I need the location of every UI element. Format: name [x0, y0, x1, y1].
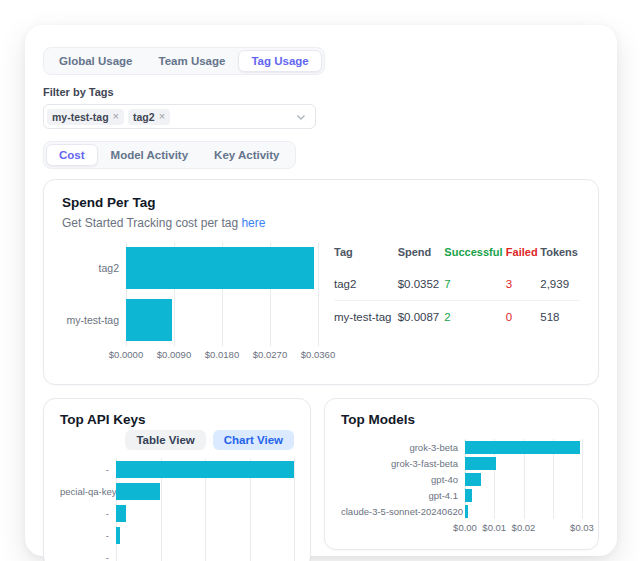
bar-0 [465, 441, 580, 454]
axis-tick-label: $0.0000 [109, 349, 143, 360]
tag-chip: tag2× [128, 109, 170, 125]
chevron-down-icon[interactable] [295, 111, 307, 123]
tag-chip-label: my-test-tag [52, 111, 109, 123]
bar-1 [126, 299, 172, 341]
remove-tag-icon[interactable]: × [113, 111, 119, 122]
bar-track [116, 527, 294, 544]
bar-track [465, 473, 582, 486]
bar-label: gpt-4o [341, 474, 465, 485]
gridline [318, 242, 319, 346]
table-header-row: TagSpendSuccessfulFailedTokens [334, 242, 580, 268]
gridline [294, 458, 295, 561]
axis-tick-label: $0.01 [482, 522, 506, 533]
chart-row: my-test-tag [62, 294, 318, 346]
remove-tag-icon[interactable]: × [159, 111, 165, 122]
table-cell: $0.0352 [398, 268, 445, 301]
bar-track [126, 299, 318, 341]
bar-2 [116, 505, 126, 522]
chart-row: grok-3-fast-beta [341, 455, 582, 471]
chart-view-button[interactable]: Chart View [213, 430, 294, 450]
axis-tick-label: $0.02 [512, 522, 536, 533]
top-api-keys-chart: -pecial-qa-key--- [60, 458, 294, 561]
axis-tick-label: $0.0270 [253, 349, 287, 360]
tab-key-activity[interactable]: Key Activity [201, 144, 292, 166]
tab-model-activity[interactable]: Model Activity [98, 144, 202, 166]
bar-label: - [60, 464, 116, 475]
table-cell: 2 [444, 301, 505, 334]
bar-track [465, 441, 582, 454]
tag-filter-select[interactable]: my-test-tag×tag2× [43, 104, 316, 129]
table-cell: tag2 [334, 268, 398, 301]
axis-tick-label: $0.03 [570, 522, 594, 533]
axis-tick-label: $0.00 [453, 522, 477, 533]
bar-3 [116, 527, 120, 544]
table-cell: my-test-tag [334, 301, 398, 334]
chart-x-axis: $0.00$0.01$0.02$0.03 [465, 519, 582, 534]
bar-0 [126, 247, 314, 289]
table-row: tag2$0.0352732,939 [334, 268, 580, 301]
chart-row: pecial-qa-key [60, 480, 294, 502]
usage-tabs: Global UsageTeam UsageTag Usage [43, 47, 325, 75]
top-api-keys-card: Top API Keys Table ViewChart View -pecia… [43, 398, 311, 561]
table-cell: 7 [444, 268, 505, 301]
chart-row: grok-3-beta [341, 439, 582, 455]
chart-row: gpt-4o [341, 471, 582, 487]
bar-label: - [60, 552, 116, 561]
table-cell: $0.0087 [398, 301, 445, 334]
bar-label: - [60, 508, 116, 519]
bar-track [116, 549, 294, 561]
tag-chip-label: tag2 [133, 111, 155, 123]
bar-label: pecial-qa-key [60, 486, 116, 497]
tab-team-usage[interactable]: Team Usage [146, 50, 239, 72]
bar-0 [116, 461, 294, 478]
bar-label: claude-3-5-sonnet-20240620 [341, 506, 465, 517]
top-models-chart: grok-3-betagrok-3-fast-betagpt-4ogpt-4.1… [341, 439, 582, 534]
axis-tick-label: $0.0360 [301, 349, 335, 360]
table-row: my-test-tag$0.008720518 [334, 301, 580, 334]
table-view-button[interactable]: Table View [125, 430, 205, 450]
bar-2 [465, 473, 481, 486]
top-api-keys-title: Top API Keys [60, 412, 294, 427]
column-header: Tag [334, 242, 398, 268]
cost-activity-tabs: CostModel ActivityKey Activity [43, 141, 296, 169]
bar-track [116, 461, 294, 478]
here-link[interactable]: here [241, 216, 265, 230]
gridline [582, 439, 583, 519]
bar-1 [465, 457, 496, 470]
top-models-title: Top Models [341, 412, 582, 427]
chart-row: - [60, 546, 294, 561]
tag-chip: my-test-tag× [47, 109, 124, 125]
bar-3 [465, 489, 472, 502]
column-header: Successful [444, 242, 505, 268]
usage-dashboard: Global UsageTeam UsageTag Usage Filter b… [25, 25, 617, 556]
chart-row: - [60, 524, 294, 546]
column-header: Failed [506, 242, 540, 268]
spend-per-tag-card: Spend Per Tag Get Started Tracking cost … [43, 179, 599, 385]
table-cell: 2,939 [540, 268, 580, 301]
spend-per-tag-subtitle: Get Started Tracking cost per tag here [62, 216, 580, 230]
chart-row: gpt-4.1 [341, 487, 582, 503]
table-cell: 0 [506, 301, 540, 334]
bar-track [126, 247, 318, 289]
bar-track [116, 483, 294, 500]
bar-1 [116, 483, 160, 500]
tab-tag-usage[interactable]: Tag Usage [238, 50, 321, 72]
bar-label: grok-3-beta [341, 442, 465, 453]
bar-4 [465, 505, 468, 518]
bar-track [465, 457, 582, 470]
bar-track [465, 505, 582, 518]
chart-row: claude-3-5-sonnet-20240620 [341, 503, 582, 519]
spend-per-tag-title: Spend Per Tag [62, 195, 580, 210]
tab-global-usage[interactable]: Global Usage [46, 50, 146, 72]
filter-by-tags-label: Filter by Tags [43, 86, 599, 98]
axis-tick-label: $0.0090 [157, 349, 191, 360]
bar-track [465, 489, 582, 502]
tab-cost[interactable]: Cost [46, 144, 98, 166]
column-header: Tokens [540, 242, 580, 268]
bar-label: - [60, 530, 116, 541]
table-cell: 518 [540, 301, 580, 334]
bar-label: grok-3-fast-beta [341, 458, 465, 469]
table-cell: 3 [506, 268, 540, 301]
chart-row: - [60, 458, 294, 480]
bar-label: gpt-4.1 [341, 490, 465, 501]
